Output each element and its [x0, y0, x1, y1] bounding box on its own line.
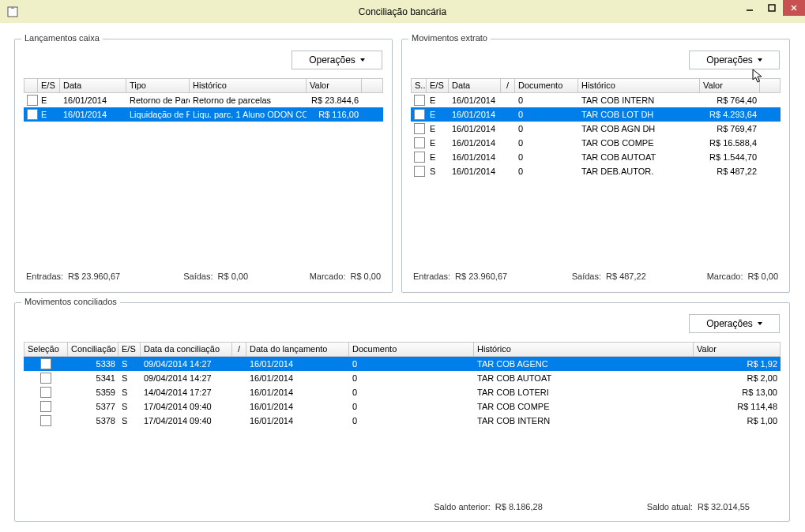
caixa-col-data[interactable]: Data	[60, 78, 126, 93]
extrato-col-valor[interactable]: Valor	[700, 78, 760, 93]
cell-dataconc: 09/04/2014 14:27	[141, 371, 232, 385]
cell-hist: TAR COB AGN DH	[578, 122, 700, 136]
minimize-button[interactable]	[739, 0, 761, 16]
caixa-col-hist[interactable]: Histórico	[190, 78, 307, 93]
cell-es: E	[427, 150, 449, 164]
checkbox-icon[interactable]	[40, 387, 51, 398]
checkbox-icon[interactable]	[40, 415, 51, 426]
app-icon	[6, 6, 19, 18]
caixa-col-es[interactable]: E/S	[38, 78, 60, 93]
maximize-button[interactable]	[761, 0, 783, 16]
cell-datalanc: 16/01/2014	[246, 399, 349, 414]
checkbox-icon[interactable]	[414, 152, 425, 163]
cell-es: E	[427, 122, 449, 136]
checkbox-icon[interactable]	[414, 123, 425, 134]
cell-sort	[232, 371, 246, 385]
checkbox-icon[interactable]	[414, 109, 425, 120]
caixa-col-check[interactable]	[24, 78, 38, 93]
table-row[interactable]: 5338S09/04/2014 14:2716/01/20140TAR COB …	[24, 357, 781, 371]
titlebar: Conciliação bancária	[0, 0, 805, 23]
extrato-col-es[interactable]: E/S	[427, 78, 449, 93]
conc-col-doc[interactable]: Documento	[349, 342, 474, 357]
checkbox-icon[interactable]	[414, 95, 425, 106]
operacoes-label: Operações	[309, 54, 355, 66]
extrato-operacoes-button[interactable]: Operações	[689, 51, 780, 69]
close-button[interactable]	[783, 0, 805, 16]
cell-es: E	[427, 136, 449, 150]
cell-doc: 0	[515, 150, 578, 164]
chevron-down-icon	[758, 322, 762, 325]
table-row[interactable]: S16/01/20140TAR DEB.AUTOR.R$ 487,22	[411, 164, 781, 178]
cell-valor: R$ 16.588,4	[700, 136, 760, 150]
table-row[interactable]: 5377S17/04/2014 09:4016/01/20140TAR COB …	[24, 399, 781, 414]
cell-data: 16/01/2014	[449, 136, 501, 150]
operacoes-label: Operações	[706, 318, 753, 329]
conc-col-datalanc[interactable]: Data do lançamento	[246, 342, 349, 357]
checkbox-icon[interactable]	[27, 95, 38, 106]
table-row[interactable]: E16/01/20140TAR COB INTERNR$ 764,40	[411, 93, 781, 107]
cell-es: E	[427, 107, 449, 122]
caixa-col-tipo[interactable]: Tipo	[126, 78, 190, 93]
extrato-entradas-value: R$ 23.960,67	[455, 272, 526, 281]
conc-col-valor[interactable]: Valor	[694, 342, 781, 357]
conc-col-hist[interactable]: Histórico	[474, 342, 694, 357]
cell-dataconc: 14/04/2014 17:27	[141, 385, 232, 399]
saldo-anterior-value: R$ 8.186,28	[495, 502, 574, 511]
checkbox-icon[interactable]	[27, 109, 38, 120]
operacoes-label: Operações	[706, 54, 753, 66]
cell-doc: 0	[349, 414, 474, 428]
cell-es: S	[118, 399, 141, 414]
conc-col-dataconc[interactable]: Data da conciliação	[141, 342, 232, 357]
conc-col-sort[interactable]: /	[232, 342, 246, 357]
cell-doc: 0	[515, 107, 578, 122]
extrato-entradas-label: Entradas:	[413, 272, 450, 281]
conc-col-sel[interactable]: Seleção	[24, 342, 68, 357]
saldo-atual-value: R$ 32.014,55	[698, 502, 750, 511]
extrato-col-spare[interactable]	[760, 78, 781, 93]
cell-dataconc: 17/04/2014 09:40	[141, 414, 232, 428]
table-row[interactable]: E16/01/20140TAR COB COMPER$ 16.588,4	[411, 136, 781, 150]
conc-col-conc[interactable]: Conciliação	[68, 342, 118, 357]
table-row[interactable]: 5359S14/04/2014 17:2716/01/20140TAR COB …	[24, 385, 781, 399]
cell-es: S	[118, 414, 141, 428]
cell-conc: 5378	[68, 414, 118, 428]
cell-data: 16/01/2014	[60, 107, 126, 122]
cell-tipo: Retorno de Parc	[126, 93, 190, 107]
extrato-col-s[interactable]: S..	[411, 78, 427, 93]
conciliados-operacoes-button[interactable]: Operações	[689, 314, 780, 333]
table-row[interactable]: E16/01/20140TAR COB LOT DHR$ 4.293,64	[411, 107, 781, 122]
extrato-col-doc[interactable]: Documento	[515, 78, 578, 93]
caixa-saidas-label: Saídas:	[183, 272, 213, 281]
caixa-group: Lançamentos caixa Operações E/S Data Tip…	[14, 39, 393, 293]
table-row[interactable]: 5378S17/04/2014 09:4016/01/20140TAR COB …	[24, 414, 781, 428]
cell-doc: 0	[515, 136, 578, 150]
conciliados-group: Movimentos conciliados Operações Seleção…	[14, 302, 790, 522]
table-row[interactable]: E16/01/2014Liquidação de PLiqu. parc. 1 …	[24, 107, 383, 122]
caixa-col-spare[interactable]	[362, 78, 383, 93]
checkbox-icon[interactable]	[40, 358, 51, 369]
conc-col-es[interactable]: E/S	[118, 342, 141, 357]
svg-rect-3	[769, 5, 775, 11]
caixa-col-valor[interactable]: Valor	[307, 78, 362, 93]
checkbox-icon[interactable]	[414, 137, 425, 148]
caixa-legend: Lançamentos caixa	[21, 33, 103, 43]
table-row[interactable]: E16/01/20140TAR COB AGN DHR$ 769,47	[411, 122, 781, 136]
checkbox-icon[interactable]	[414, 166, 425, 177]
checkbox-icon[interactable]	[40, 373, 51, 384]
cell-sort	[501, 122, 515, 136]
caixa-operacoes-button[interactable]: Operações	[292, 51, 382, 69]
checkbox-icon[interactable]	[40, 401, 51, 412]
cell-valor: R$ 487,22	[700, 164, 760, 178]
extrato-col-hist[interactable]: Histórico	[578, 78, 700, 93]
table-row[interactable]: E16/01/2014Retorno de ParcRetorno de par…	[24, 93, 383, 107]
table-row[interactable]: E16/01/20140TAR COB AUTOATR$ 1.544,70	[411, 150, 781, 164]
extrato-col-data[interactable]: Data	[449, 78, 501, 93]
extrato-col-sort[interactable]: /	[501, 78, 515, 93]
cell-valor: R$ 769,47	[700, 122, 760, 136]
cell-conc: 5338	[68, 357, 118, 371]
table-row[interactable]: 5341S09/04/2014 14:2716/01/20140TAR COB …	[24, 371, 781, 385]
cell-datalanc: 16/01/2014	[246, 357, 349, 371]
cell-data: 16/01/2014	[449, 164, 501, 178]
cell-hist: TAR COB COMPE	[474, 399, 694, 414]
cell-es: S	[118, 385, 141, 399]
